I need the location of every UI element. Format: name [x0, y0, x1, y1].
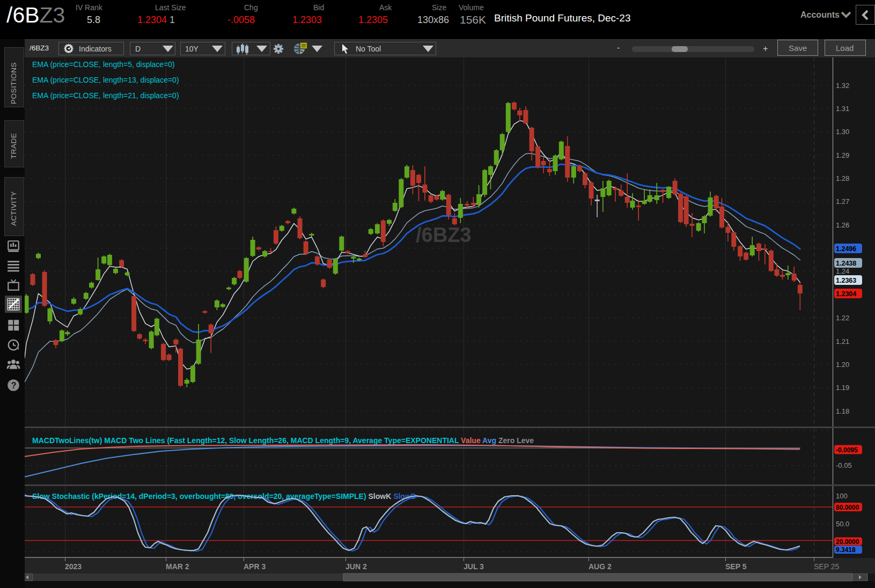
- svg-text:1.19: 1.19: [836, 384, 849, 392]
- svg-text:MAR 2: MAR 2: [166, 562, 189, 571]
- svg-text:1.2304: 1.2304: [836, 290, 856, 298]
- svg-text:SEP 5: SEP 5: [725, 562, 747, 571]
- svg-text:1.2496: 1.2496: [836, 245, 856, 253]
- svg-text:1.31: 1.31: [836, 105, 849, 113]
- svg-text:1.29: 1.29: [836, 151, 849, 159]
- svg-text:JUL 3: JUL 3: [464, 562, 484, 571]
- svg-text:9.3418: 9.3418: [836, 546, 856, 554]
- svg-text:1.18: 1.18: [836, 407, 849, 415]
- svg-text:1.2363: 1.2363: [836, 277, 856, 284]
- svg-text:50.0: 50.0: [836, 520, 849, 528]
- svg-text:AUG 2: AUG 2: [589, 562, 612, 571]
- svg-text:/6BZ3: /6BZ3: [416, 224, 471, 246]
- svg-text:1.27: 1.27: [836, 197, 849, 205]
- svg-text:1.22: 1.22: [836, 314, 849, 322]
- svg-text:EMA (price=CLOSE, length=5, di: EMA (price=CLOSE, length=5, displace=0): [32, 60, 175, 69]
- svg-text:-0.05: -0.05: [836, 461, 852, 469]
- svg-text:1.2438: 1.2438: [836, 260, 856, 267]
- svg-text:APR 3: APR 3: [244, 562, 266, 571]
- svg-text:1.24: 1.24: [836, 267, 849, 275]
- svg-text:20.0000: 20.0000: [836, 538, 859, 546]
- svg-text:1.28: 1.28: [836, 174, 849, 182]
- svg-text:2023: 2023: [65, 562, 82, 571]
- svg-text:80.0000: 80.0000: [836, 504, 859, 511]
- svg-text:100: 100: [836, 492, 848, 500]
- svg-text:-0.0095: -0.0095: [836, 446, 858, 454]
- svg-text:1.26: 1.26: [836, 221, 849, 229]
- svg-text:1.21: 1.21: [836, 337, 849, 346]
- svg-text:EMA (price=CLOSE, length=21, d: EMA (price=CLOSE, length=21, displace=0): [32, 91, 179, 100]
- svg-text:1.20: 1.20: [836, 361, 849, 369]
- svg-text:?: ?: [11, 380, 16, 390]
- svg-text:SEP 25: SEP 25: [814, 562, 839, 571]
- svg-text:JUN 2: JUN 2: [345, 562, 367, 571]
- svg-text:MACDTwoLines(tw) MACD Two Line: MACDTwoLines(tw) MACD Two Lines (Fast Le…: [32, 436, 534, 445]
- svg-text:1.30: 1.30: [836, 128, 849, 136]
- svg-text:1.32: 1.32: [836, 82, 849, 90]
- svg-text:EMA (price=CLOSE, length=13, d: EMA (price=CLOSE, length=13, displace=0): [32, 76, 179, 84]
